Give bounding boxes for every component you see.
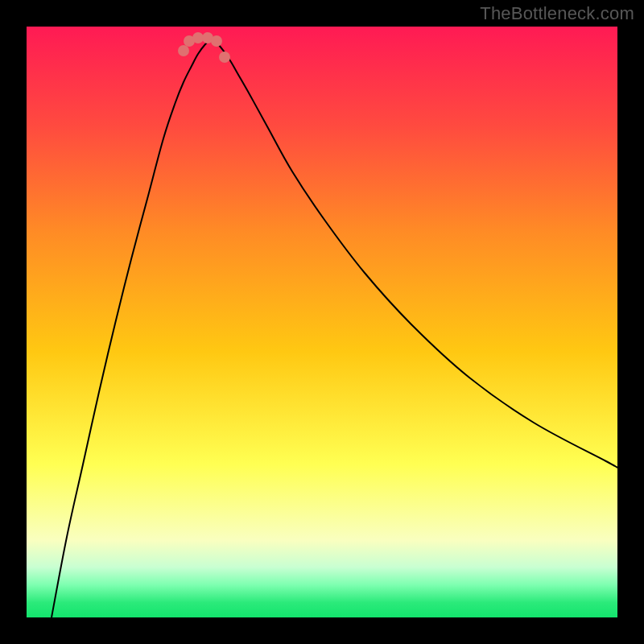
marker-dot [192,32,204,43]
minimum-markers [178,32,230,63]
curves-layer [27,27,617,617]
marker-dot [178,45,189,56]
watermark: TheBottleneck.com [480,3,634,24]
plot-frame [27,27,617,617]
left-curve [52,39,212,617]
right-curve [212,39,617,468]
marker-dot [211,35,222,47]
marker-dot [219,52,230,63]
